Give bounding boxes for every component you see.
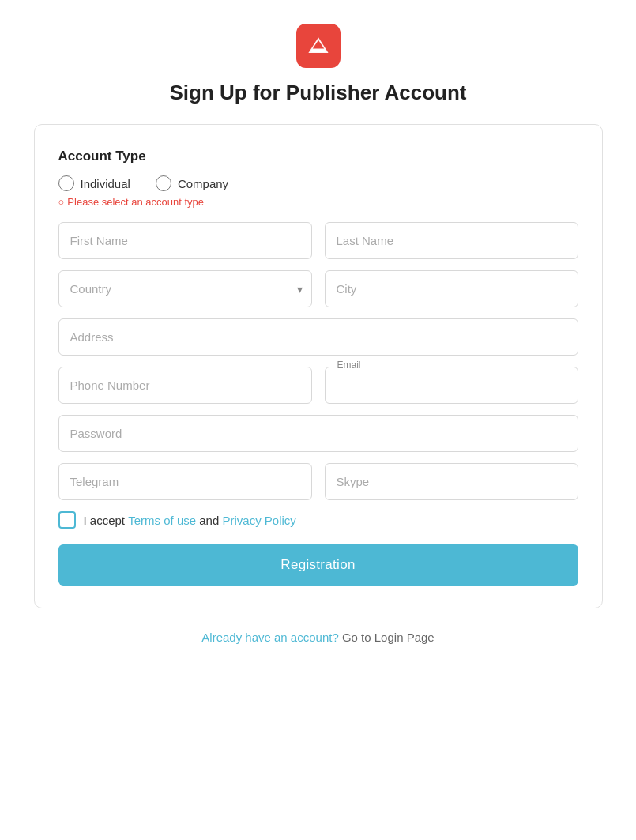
email-floating-label: Email bbox=[334, 360, 364, 371]
page-title: Sign Up for Publisher Account bbox=[169, 81, 466, 105]
country-city-row: Country bbox=[58, 270, 578, 307]
skype-field bbox=[325, 463, 578, 500]
svg-rect-0 bbox=[311, 50, 326, 53]
country-select-wrapper: Country bbox=[58, 270, 312, 307]
first-name-input[interactable] bbox=[58, 222, 312, 259]
account-type-section-title: Account Type bbox=[58, 149, 578, 164]
telegram-field bbox=[58, 463, 312, 500]
email-field-wrapper: Email jairene01@gmail.com bbox=[325, 367, 578, 404]
phone-email-row: Email jairene01@gmail.com bbox=[58, 367, 578, 404]
individual-label: Individual bbox=[81, 177, 130, 190]
phone-field bbox=[58, 367, 312, 404]
password-row bbox=[58, 415, 578, 452]
terms-label: I accept Terms of use and Privacy Policy bbox=[84, 514, 296, 527]
individual-radio[interactable] bbox=[58, 175, 74, 191]
logo-icon bbox=[296, 24, 341, 68]
individual-radio-label[interactable]: Individual bbox=[58, 175, 130, 191]
terms-checkbox[interactable] bbox=[58, 511, 76, 529]
privacy-link[interactable]: Privacy Policy bbox=[222, 514, 295, 527]
password-field bbox=[58, 415, 578, 452]
login-link-row: Already have an account? Go to Login Pag… bbox=[201, 631, 434, 644]
city-field bbox=[325, 270, 578, 307]
address-row bbox=[58, 318, 578, 356]
terms-link[interactable]: Terms of use bbox=[128, 514, 196, 527]
telegram-input[interactable] bbox=[58, 463, 312, 500]
email-input[interactable]: jairene01@gmail.com bbox=[325, 367, 578, 404]
account-type-row: Individual Company bbox=[58, 175, 578, 191]
first-name-field bbox=[58, 222, 312, 259]
address-input[interactable] bbox=[58, 318, 578, 356]
account-type-error: ○ Please select an account type bbox=[58, 196, 578, 208]
last-name-field bbox=[325, 222, 578, 259]
name-row bbox=[58, 222, 578, 259]
social-row bbox=[58, 463, 578, 500]
skype-input[interactable] bbox=[325, 463, 578, 500]
terms-row: I accept Terms of use and Privacy Policy bbox=[58, 511, 578, 529]
company-label: Company bbox=[178, 177, 228, 190]
phone-input[interactable] bbox=[58, 367, 312, 404]
login-link[interactable]: Already have an account? bbox=[201, 631, 338, 644]
city-input[interactable] bbox=[325, 270, 578, 307]
address-field bbox=[58, 318, 578, 356]
error-icon: ○ bbox=[58, 196, 65, 208]
password-input[interactable] bbox=[58, 415, 578, 452]
country-select[interactable]: Country bbox=[58, 270, 312, 307]
last-name-input[interactable] bbox=[325, 222, 578, 259]
company-radio-label[interactable]: Company bbox=[156, 175, 228, 191]
logo-container bbox=[296, 24, 341, 68]
form-card: Account Type Individual Company ○ Please… bbox=[34, 124, 603, 608]
company-radio[interactable] bbox=[156, 175, 171, 191]
register-button[interactable]: Registration bbox=[58, 544, 578, 586]
